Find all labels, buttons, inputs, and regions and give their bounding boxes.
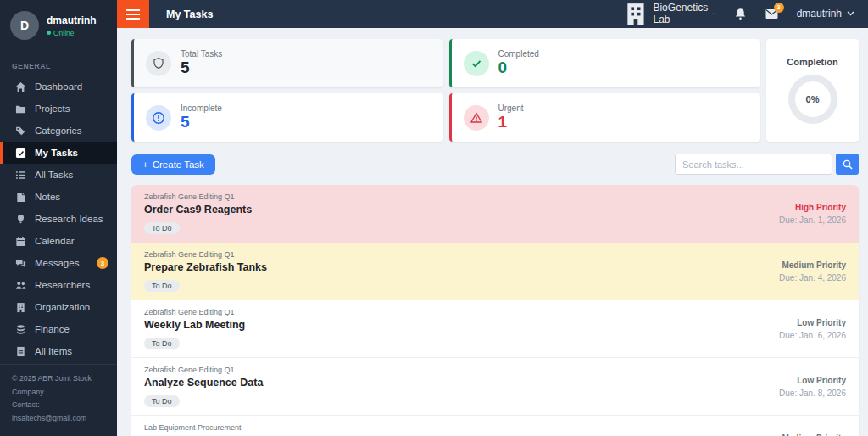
task-list: Zebrafish Gene Editing Q1Order Cas9 Reag… — [131, 185, 859, 436]
home-icon — [14, 81, 26, 92]
copyright-text: © 2025 ABR Joint Stock Company — [12, 372, 105, 400]
sidebar-item-label: All Items — [35, 346, 72, 356]
page-title: My Tasks — [166, 8, 213, 20]
task-row[interactable]: Zebrafish Gene Editing Q1Order Cas9 Reag… — [131, 185, 859, 243]
task-row[interactable]: Zebrafish Gene Editing Q1Prepare Zebrafi… — [131, 243, 859, 300]
shield-icon — [152, 57, 165, 70]
task-due-date: Due: Jan. 6, 2026 — [779, 331, 846, 340]
task-status-badge: To Do — [144, 280, 180, 292]
lightbulb-icon — [14, 213, 26, 225]
completion-percentage: 0% — [806, 94, 820, 104]
online-status-label: Online — [53, 29, 75, 37]
task-priority-label: High Priority — [779, 203, 846, 212]
task-due-date: Due: Jan. 4, 2026 — [779, 273, 846, 282]
create-task-label: Create Task — [153, 159, 204, 170]
task-project-label: Zebrafish Gene Editing Q1 — [144, 193, 252, 201]
main-content: Total Tasks 5 Completed 0 — [117, 28, 868, 436]
chat-icon — [14, 257, 26, 269]
completion-title: Completion — [787, 57, 838, 67]
info-circle-icon — [152, 111, 165, 125]
sidebar-item-notes[interactable]: Notes — [0, 186, 117, 208]
avatar: D — [10, 11, 39, 40]
sidebar-item-label: Calendar — [35, 236, 75, 246]
sidebar-item-label: Organization — [35, 302, 90, 312]
note-icon — [14, 191, 26, 203]
sidebar-section-label: GENERAL — [0, 50, 117, 75]
sidebar-item-dashboard[interactable]: Dashboard — [0, 75, 117, 98]
sidebar-item-categories[interactable]: Categories — [0, 120, 117, 142]
task-priority-label: Low Priority — [779, 318, 846, 327]
task-status-badge: To Do — [144, 338, 180, 349]
sidebar-item-messages[interactable]: Messages3 — [0, 252, 117, 274]
stat-card-completed: Completed 0 — [449, 39, 761, 87]
bell-icon — [734, 8, 747, 20]
building-icon — [14, 301, 26, 313]
stat-card-total-tasks: Total Tasks 5 — [131, 39, 443, 87]
sidebar-item-researchers[interactable]: Researchers — [0, 274, 117, 296]
messages-mail-button[interactable]: 3 — [765, 8, 778, 20]
sidebar-item-organization[interactable]: Organization — [0, 296, 117, 318]
task-project-label: Zebrafish Gene Editing Q1 — [144, 250, 267, 259]
stat-label: Incomplete — [181, 103, 222, 113]
task-row[interactable]: Lab Equipment ProcurementSchedule Delive… — [131, 416, 859, 436]
sidebar-item-all-items[interactable]: All Items — [0, 340, 117, 362]
stat-value: 5 — [181, 59, 222, 77]
check-circle-icon — [470, 57, 483, 70]
building-icon — [623, 2, 648, 27]
notifications-bell-button[interactable] — [734, 8, 747, 20]
sidebar-item-label: All Tasks — [35, 170, 73, 180]
chevron-down-icon — [847, 11, 854, 16]
sidebar-item-label: Finance — [35, 324, 70, 334]
sidebar-item-label: Researchers — [35, 280, 90, 290]
messages-count-badge: 3 — [97, 257, 108, 269]
stat-label: Urgent — [498, 103, 524, 113]
sidebar-item-label: Dashboard — [35, 81, 82, 92]
sidebar-item-finance[interactable]: Finance — [0, 318, 117, 340]
search-input[interactable] — [675, 154, 832, 175]
task-row[interactable]: Zebrafish Gene Editing Q1Weekly Lab Meet… — [131, 300, 859, 358]
contact-text: Contact: insaltechs@gmail.com — [12, 399, 105, 426]
task-priority-label: Medium Priority — [779, 260, 846, 270]
user-menu[interactable]: dmautrinh — [797, 8, 854, 20]
warning-icon — [470, 111, 483, 125]
sidebar-item-calendar[interactable]: Calendar — [0, 230, 117, 252]
stat-card-urgent: Urgent 1 — [449, 93, 761, 142]
hamburger-menu-button[interactable] — [117, 0, 149, 28]
task-title: Prepare Zebrafish Tanks — [144, 261, 267, 273]
plus-icon: + — [142, 159, 148, 170]
completion-donut: 0% — [788, 75, 837, 124]
chevron-down-icon — [713, 11, 715, 16]
sidebar-item-research-ideas[interactable]: Research Ideas — [0, 208, 117, 230]
sidebar-item-label: Projects — [35, 103, 70, 114]
sidebar-item-projects[interactable]: Projects — [0, 98, 117, 120]
sidebar-item-all-tasks[interactable]: All Tasks — [0, 164, 117, 186]
task-priority-label: Low Priority — [779, 376, 846, 385]
users-icon — [14, 279, 26, 291]
stat-label: Total Tasks — [181, 49, 222, 59]
task-title: Analyze Sequence Data — [144, 377, 263, 388]
topbar: My Tasks BioGenetics Lab — [117, 0, 868, 28]
task-due-date: Due: Jan. 8, 2026 — [779, 388, 846, 398]
sidebar-user-block[interactable]: D dmautrinh Online — [0, 0, 117, 50]
sidebar-nav: DashboardProjectsCategoriesMy TasksAll T… — [0, 75, 117, 362]
create-task-button[interactable]: + Create Task — [131, 154, 215, 175]
task-row[interactable]: Zebrafish Gene Editing Q1Analyze Sequenc… — [131, 358, 859, 416]
stat-card-incomplete: Incomplete 5 — [131, 93, 443, 142]
sidebar-item-my-tasks[interactable]: My Tasks — [0, 142, 117, 164]
hamburger-icon — [126, 9, 140, 20]
check-square-icon — [14, 147, 26, 159]
organization-name: BioGenetics Lab — [653, 2, 708, 25]
task-project-label: Zebrafish Gene Editing Q1 — [144, 308, 245, 316]
folder-icon — [14, 103, 26, 115]
task-status-badge: To Do — [144, 395, 180, 407]
organization-selector[interactable]: BioGenetics Lab — [623, 2, 715, 27]
sidebar-item-label: Notes — [35, 192, 60, 202]
stat-value: 1 — [498, 113, 524, 131]
stat-value: 0 — [498, 59, 539, 77]
search-icon — [843, 159, 853, 170]
task-project-label: Zebrafish Gene Editing Q1 — [144, 366, 263, 374]
sidebar: D dmautrinh Online GENERAL DashboardProj… — [0, 0, 117, 436]
calendar-icon — [14, 235, 26, 247]
archive-icon — [14, 345, 26, 357]
search-button[interactable] — [836, 154, 859, 175]
